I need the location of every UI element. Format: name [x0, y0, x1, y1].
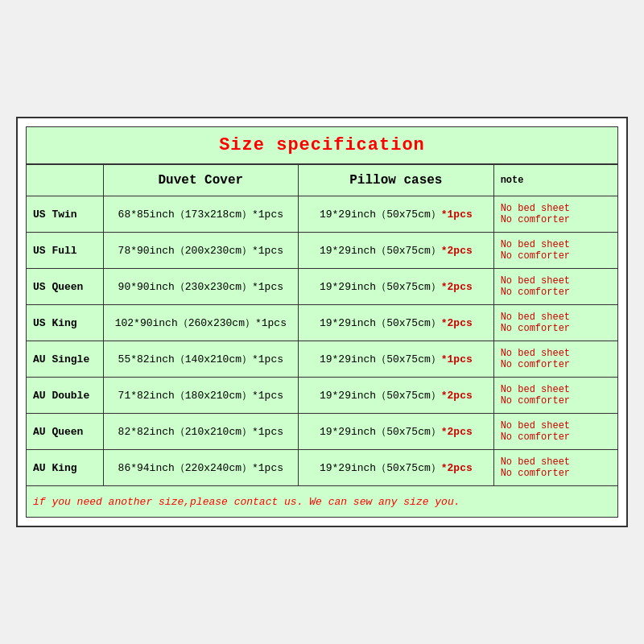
- cell-size-4: AU Single: [27, 341, 104, 378]
- header-note: note: [493, 165, 617, 196]
- cell-pillow-6: 19*29inch（50x75cm）*2pcs: [299, 414, 494, 450]
- cell-note-3: No bed sheetNo comforter: [493, 305, 617, 341]
- cell-pillow-0: 19*29inch（50x75cm）*1pcs: [299, 196, 494, 233]
- cell-pillow-4: 19*29inch（50x75cm）*1pcs: [299, 341, 494, 378]
- cell-size-2: US Queen: [27, 269, 104, 305]
- cell-pillow-7: 19*29inch（50x75cm）*2pcs: [299, 450, 494, 486]
- table-row: AU Queen82*82inch（210x210cm）*1pcs19*29in…: [27, 414, 618, 450]
- cell-size-1: US Full: [27, 233, 104, 269]
- footer-row: if you need another size,please contact …: [26, 486, 618, 518]
- table-row: AU Double71*82inch（180x210cm）*1pcs19*29i…: [27, 378, 618, 414]
- footer-text: if you need another size,please contact …: [33, 496, 460, 508]
- header-duvet: Duvet Cover: [103, 165, 299, 196]
- header-pillow: Pillow cases: [299, 165, 494, 196]
- cell-duvet-1: 78*90inch（200x230cm）*1pcs: [103, 233, 299, 269]
- cell-note-7: No bed sheetNo comforter: [493, 450, 617, 486]
- cell-size-3: US King: [27, 305, 104, 341]
- cell-size-7: AU King: [27, 450, 104, 486]
- size-table: Duvet Cover Pillow cases note US Twin68*…: [26, 164, 618, 486]
- cell-duvet-7: 86*94inch（220x240cm）*1pcs: [103, 450, 299, 486]
- cell-note-6: No bed sheetNo comforter: [493, 414, 617, 450]
- cell-note-0: No bed sheetNo comforter: [493, 196, 617, 233]
- cell-note-2: No bed sheetNo comforter: [493, 269, 617, 305]
- cell-note-1: No bed sheetNo comforter: [493, 233, 617, 269]
- cell-note-4: No bed sheetNo comforter: [493, 341, 617, 378]
- table-row: US King102*90inch（260x230cm）*1pcs19*29in…: [27, 305, 618, 341]
- cell-duvet-4: 55*82inch（140x210cm）*1pcs: [103, 341, 299, 378]
- table-row: US Twin68*85inch（173x218cm）*1pcs19*29inc…: [27, 196, 618, 233]
- cell-duvet-2: 90*90inch（230x230cm）*1pcs: [103, 269, 299, 305]
- header-size: [27, 165, 104, 196]
- cell-pillow-3: 19*29inch（50x75cm）*2pcs: [299, 305, 494, 341]
- cell-duvet-5: 71*82inch（180x210cm）*1pcs: [103, 378, 299, 414]
- main-container: Size specification Duvet Cover Pillow ca…: [16, 117, 628, 527]
- table-row: AU King86*94inch（220x240cm）*1pcs19*29inc…: [27, 450, 618, 486]
- cell-pillow-2: 19*29inch（50x75cm）*2pcs: [299, 269, 494, 305]
- page-title: Size specification: [219, 135, 425, 155]
- table-header-row: Duvet Cover Pillow cases note: [27, 165, 618, 196]
- table-row: AU Single55*82inch（140x210cm）*1pcs19*29i…: [27, 341, 618, 378]
- cell-size-6: AU Queen: [27, 414, 104, 450]
- table-row: US Queen90*90inch（230x230cm）*1pcs19*29in…: [27, 269, 618, 305]
- cell-duvet-6: 82*82inch（210x210cm）*1pcs: [103, 414, 299, 450]
- cell-size-0: US Twin: [27, 196, 104, 233]
- cell-duvet-3: 102*90inch（260x230cm）*1pcs: [103, 305, 299, 341]
- cell-size-5: AU Double: [27, 378, 104, 414]
- title-row: Size specification: [26, 126, 618, 164]
- cell-duvet-0: 68*85inch（173x218cm）*1pcs: [103, 196, 299, 233]
- cell-note-5: No bed sheetNo comforter: [493, 378, 617, 414]
- cell-pillow-1: 19*29inch（50x75cm）*2pcs: [299, 233, 494, 269]
- table-row: US Full78*90inch（200x230cm）*1pcs19*29inc…: [27, 233, 618, 269]
- cell-pillow-5: 19*29inch（50x75cm）*2pcs: [299, 378, 494, 414]
